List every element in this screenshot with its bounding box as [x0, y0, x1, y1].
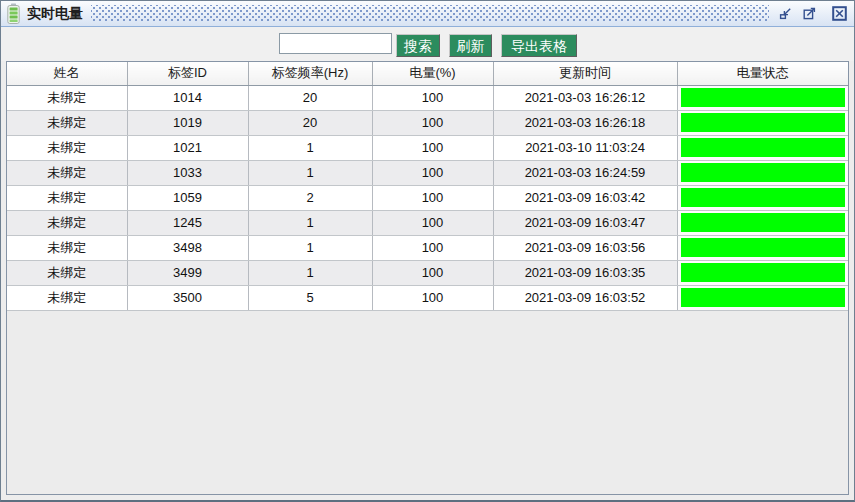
- cell-battery: 100: [372, 260, 493, 285]
- cell-name: 未绑定: [7, 260, 127, 285]
- search-button[interactable]: 搜索: [396, 34, 440, 57]
- cell-tag-id: 1014: [127, 85, 248, 110]
- table-row[interactable]: 未绑定1019201002021-03-03 16:26:18: [7, 110, 848, 135]
- cell-battery: 100: [372, 110, 493, 135]
- battery-icon: [6, 3, 21, 24]
- table-row[interactable]: 未绑定350051002021-03-09 16:03:52: [7, 285, 848, 310]
- cell-updated: 2021-03-09 16:03:56: [493, 235, 677, 260]
- cell-status: [677, 85, 848, 110]
- iconify-icon[interactable]: [777, 5, 794, 22]
- cell-tag-id: 1033: [127, 160, 248, 185]
- cell-tag-id: 1059: [127, 185, 248, 210]
- cell-updated: 2021-03-09 16:03:35: [493, 260, 677, 285]
- col-header-battery[interactable]: 电量(%): [372, 62, 493, 85]
- cell-updated: 2021-03-09 16:03:42: [493, 185, 677, 210]
- cell-battery: 100: [372, 85, 493, 110]
- col-header-tag-id[interactable]: 标签ID: [127, 62, 248, 85]
- table-row[interactable]: 未绑定105921002021-03-09 16:03:42: [7, 185, 848, 210]
- battery-level-bar: [681, 138, 846, 157]
- cell-status: [677, 285, 848, 310]
- cell-frequency: 1: [248, 160, 372, 185]
- search-input[interactable]: [279, 33, 392, 54]
- table-row[interactable]: 未绑定349811002021-03-09 16:03:56: [7, 235, 848, 260]
- col-header-name[interactable]: 姓名: [7, 62, 127, 85]
- cell-updated: 2021-03-09 16:03:52: [493, 285, 677, 310]
- cell-battery: 100: [372, 160, 493, 185]
- table-body: 未绑定1014201002021-03-03 16:26:12未绑定101920…: [7, 85, 848, 310]
- battery-level-bar: [681, 163, 846, 182]
- cell-battery: 100: [372, 210, 493, 235]
- cell-frequency: 20: [248, 85, 372, 110]
- cell-status: [677, 110, 848, 135]
- table-row[interactable]: 未绑定349911002021-03-09 16:03:35: [7, 260, 848, 285]
- cell-tag-id: 1019: [127, 110, 248, 135]
- cell-status: [677, 160, 848, 185]
- table-header-row: 姓名 标签ID 标签频率(Hz) 电量(%) 更新时间 电量状态: [7, 62, 848, 85]
- cell-name: 未绑定: [7, 285, 127, 310]
- cell-frequency: 1: [248, 235, 372, 260]
- titlebar-texture: [91, 5, 769, 21]
- cell-updated: 2021-03-03 16:26:12: [493, 85, 677, 110]
- cell-name: 未绑定: [7, 185, 127, 210]
- cell-frequency: 1: [248, 260, 372, 285]
- battery-level-bar: [681, 88, 846, 107]
- table-row[interactable]: 未绑定1014201002021-03-03 16:26:12: [7, 85, 848, 110]
- cell-name: 未绑定: [7, 160, 127, 185]
- cell-name: 未绑定: [7, 85, 127, 110]
- cell-name: 未绑定: [7, 210, 127, 235]
- battery-level-bar: [681, 113, 846, 132]
- cell-battery: 100: [372, 235, 493, 260]
- battery-level-bar: [681, 263, 846, 282]
- titlebar[interactable]: 实时电量: [1, 1, 854, 27]
- export-button[interactable]: 导出表格: [501, 34, 577, 57]
- window-controls: [777, 5, 848, 22]
- window-title: 实时电量: [27, 5, 83, 23]
- cell-name: 未绑定: [7, 235, 127, 260]
- table-row[interactable]: 未绑定124511002021-03-09 16:03:47: [7, 210, 848, 235]
- cell-name: 未绑定: [7, 110, 127, 135]
- battery-level-bar: [681, 238, 846, 257]
- cell-tag-id: 3498: [127, 235, 248, 260]
- battery-level-bar: [681, 288, 846, 307]
- cell-tag-id: 3499: [127, 260, 248, 285]
- battery-level-bar: [681, 213, 846, 232]
- cell-updated: 2021-03-03 16:24:59: [493, 160, 677, 185]
- cell-status: [677, 235, 848, 260]
- battery-table: 姓名 标签ID 标签频率(Hz) 电量(%) 更新时间 电量状态 未绑定1014…: [7, 62, 848, 311]
- cell-updated: 2021-03-10 11:03:24: [493, 135, 677, 160]
- cell-status: [677, 210, 848, 235]
- cell-tag-id: 1021: [127, 135, 248, 160]
- refresh-button[interactable]: 刷新: [449, 34, 492, 57]
- cell-frequency: 2: [248, 185, 372, 210]
- cell-battery: 100: [372, 135, 493, 160]
- table-row[interactable]: 未绑定103311002021-03-03 16:24:59: [7, 160, 848, 185]
- table-container: 姓名 标签ID 标签频率(Hz) 电量(%) 更新时间 电量状态 未绑定1014…: [6, 61, 849, 495]
- cell-tag-id: 3500: [127, 285, 248, 310]
- cell-updated: 2021-03-03 16:26:18: [493, 110, 677, 135]
- cell-frequency: 1: [248, 135, 372, 160]
- cell-frequency: 1: [248, 210, 372, 235]
- battery-level-bar: [681, 188, 846, 207]
- cell-frequency: 20: [248, 110, 372, 135]
- col-header-frequency[interactable]: 标签频率(Hz): [248, 62, 372, 85]
- cell-battery: 100: [372, 185, 493, 210]
- col-header-status[interactable]: 电量状态: [677, 62, 848, 85]
- cell-updated: 2021-03-09 16:03:47: [493, 210, 677, 235]
- cell-status: [677, 135, 848, 160]
- cell-frequency: 5: [248, 285, 372, 310]
- toolbar: 搜索 刷新 导出表格: [1, 27, 854, 61]
- cell-tag-id: 1245: [127, 210, 248, 235]
- cell-name: 未绑定: [7, 135, 127, 160]
- cell-battery: 100: [372, 285, 493, 310]
- cell-status: [677, 260, 848, 285]
- table-row[interactable]: 未绑定102111002021-03-10 11:03:24: [7, 135, 848, 160]
- maximize-icon[interactable]: [801, 5, 818, 22]
- col-header-updated[interactable]: 更新时间: [493, 62, 677, 85]
- realtime-battery-window: 实时电量: [0, 0, 855, 502]
- cell-status: [677, 185, 848, 210]
- close-icon[interactable]: [831, 5, 848, 22]
